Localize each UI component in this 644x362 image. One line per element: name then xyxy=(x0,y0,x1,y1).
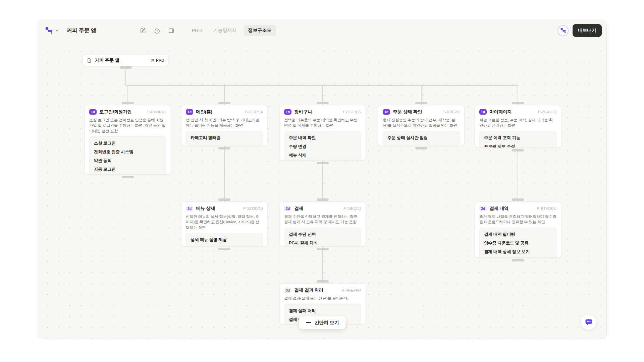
edit-icon[interactable] xyxy=(138,25,148,36)
feature-list: 주문 이력 조회 기능프로필 정보 수정 xyxy=(479,131,556,148)
screen-card[interactable]: 2d메뉴 상세P-SZODXU선택한 메뉴의 상세 정보(설명, 영양 정보, … xyxy=(181,201,268,246)
connection-handle[interactable] xyxy=(317,248,329,250)
card-header: 1d마이페이지P-ZGAUIQ xyxy=(479,109,556,115)
connection-handle[interactable] xyxy=(218,102,230,104)
card-code: P-RVNRRJ xyxy=(147,110,166,114)
document-icon xyxy=(87,58,92,63)
card-code: P-CCIRSA xyxy=(245,110,263,114)
export-button[interactable]: 내보내기 xyxy=(573,24,602,37)
card-description: 결제 결과(실패 또는 완료)를 보여준다. xyxy=(284,296,361,301)
card-code: P-SGFIEG xyxy=(343,110,361,114)
panel-layout-icon[interactable] xyxy=(166,25,176,36)
app-logo-icon xyxy=(45,27,53,34)
connector-line xyxy=(322,161,323,201)
depth-badge: 1d xyxy=(186,109,193,115)
feature-list: 주문 내역 확인수량 변경메뉴 삭제 xyxy=(284,131,361,161)
diagram-canvas[interactable]: 커피 주문 앱 PRD 기능명세서 정보구조도 내보내기 1d로그인/회원가입P… xyxy=(37,20,607,339)
depth-badge: 1d xyxy=(383,109,390,115)
card-title: 결제 결과 처리 xyxy=(294,287,323,293)
screen-card[interactable]: 1d마이페이지P-ZGAUIQ회원 프로필 정보, 주문 이력, 결제 내역을 … xyxy=(475,105,561,148)
connection-handle[interactable] xyxy=(122,176,134,178)
card-code: P-PREPFM xyxy=(342,288,361,292)
chat-button[interactable] xyxy=(581,314,596,330)
card-code: P-JCIGZK xyxy=(442,110,460,114)
connection-handle[interactable] xyxy=(317,280,329,283)
connection-handle[interactable] xyxy=(120,66,132,69)
card-header: 3d결제 결과 처리P-PREPFM xyxy=(284,287,361,293)
feature-item: 수량 변경 xyxy=(284,142,361,151)
feature-item: 전화번호 인증 시스템 xyxy=(90,148,166,157)
connection-handle[interactable] xyxy=(512,149,524,152)
depth-badge: 2d xyxy=(284,206,291,212)
minus-icon xyxy=(306,322,311,323)
connection-handle[interactable] xyxy=(218,147,230,149)
connection-handle[interactable] xyxy=(218,198,230,201)
screen-card[interactable]: 2d결제P-AIEQOJ결제 수단을 선택하고 결제를 진행하는 화면. 결제 … xyxy=(279,201,366,246)
card-title: 마이페이지 xyxy=(489,109,512,115)
feature-item: 영수증 다운로드 및 공유 xyxy=(480,239,556,248)
depth-badge: 2d xyxy=(186,206,193,212)
view-tabs: PRD 기능명세서 정보구조도 xyxy=(187,20,276,41)
chevron-down-icon[interactable] xyxy=(55,28,59,33)
feature-item: 결제 내역 상세 정보 보기 xyxy=(480,248,556,256)
connection-handle[interactable] xyxy=(317,162,329,164)
prd-link[interactable]: PRD xyxy=(150,58,164,63)
root-node[interactable]: 커피 주문 앱 PRD xyxy=(83,55,169,66)
connection-handle[interactable] xyxy=(512,259,524,261)
connection-handle[interactable] xyxy=(415,147,427,149)
feature-item: 결제 내역 필터링 xyxy=(480,230,556,239)
screen-card[interactable]: 1d장바구니P-SGFIEG선택한 메뉴들의 주문 내역을 확인하고 수량 변경… xyxy=(279,105,366,161)
card-code: P-AIEQOJ xyxy=(343,206,361,210)
feature-list: 카테고리 필터링 xyxy=(186,131,263,145)
feature-item: 프로필 정보 수정 xyxy=(480,142,556,148)
tab-information-architecture[interactable]: 정보구조도 xyxy=(244,25,276,36)
depth-badge: 1d xyxy=(89,109,97,115)
avatar[interactable] xyxy=(557,25,569,36)
card-title: 결제 내역 xyxy=(489,205,508,212)
card-description: 소셜 로그인 또는 전화번호 인증을 통해 회원가입 및 로그인을 수행하는 화… xyxy=(89,117,166,134)
root-node-title: 커피 주문 앱 xyxy=(95,57,119,63)
card-description: 선택한 메뉴의 상세 정보(설명, 영양 정보, 이미지)를 확인하고 옵션(H… xyxy=(186,214,263,230)
connection-handle[interactable] xyxy=(512,102,524,104)
feature-item: 옵션 선택 xyxy=(186,244,263,246)
card-description: 과거 결제 내역을 조회하고 필터링하며 영수증을 다운로드하거나 공유할 수 … xyxy=(479,214,556,225)
card-title: 장바구니 xyxy=(294,109,312,115)
screen-card[interactable]: 2d결제 내역P-BTVDDU과거 결제 내역을 조회하고 필터링하며 영수증을… xyxy=(475,201,561,258)
feature-item: 카테고리 필터링 xyxy=(186,134,263,142)
card-header: 1d로그인/회원가입P-RVNRRJ xyxy=(89,109,166,115)
connector-line xyxy=(126,85,518,86)
connection-handle[interactable] xyxy=(218,248,230,250)
card-code: P-SZODXU xyxy=(244,206,263,210)
simple-view-button[interactable]: 간단히 보기 xyxy=(299,316,346,329)
feature-list: 결제 수단 선택PG사 결제 처리 xyxy=(284,228,361,246)
card-description: 결제 수단을 선택하고 결제를 진행하는 화면. 결제 실패 시 오류 처리 및… xyxy=(284,214,361,225)
screen-card[interactable]: 1d메인(홈)P-CCIRSA앱 진입 시 첫 화면. 메뉴 탐색 및 카테고리… xyxy=(181,105,268,146)
connection-handle[interactable] xyxy=(512,198,524,201)
feature-item: 주문 내역 확인 xyxy=(284,134,361,142)
connection-handle[interactable] xyxy=(317,102,329,104)
screen-card[interactable]: 1d로그인/회원가입P-RVNRRJ소셜 로그인 또는 전화번호 인증을 통해 … xyxy=(85,105,171,175)
feature-item: 약관 동의 xyxy=(90,157,166,165)
screen-card[interactable]: 1d주문 상태 확인P-JCIGZK현재 진행중인 주문의 상태(접수, 제작중… xyxy=(378,105,465,146)
connection-handle[interactable] xyxy=(122,102,134,104)
app-header: 커피 주문 앱 PRD 기능명세서 정보구조도 내보내기 xyxy=(37,20,606,41)
card-title: 메뉴 상세 xyxy=(196,205,215,212)
connection-handle[interactable] xyxy=(317,198,329,201)
feature-item: 상세 메뉴 설명 제공 xyxy=(186,236,263,244)
card-title: 결제 xyxy=(294,205,303,212)
feature-list: 소셜 로그인전화번호 인증 시스템약관 동의자동 로그인닉네임 설정 xyxy=(89,136,166,175)
card-header: 2d결제P-AIEQOJ xyxy=(284,205,361,212)
tab-functional-spec[interactable]: 기능명세서 xyxy=(209,25,241,36)
feature-item: 결제 수단 선택 xyxy=(284,230,361,239)
history-icon[interactable] xyxy=(152,25,162,36)
depth-badge: 1d xyxy=(479,109,487,115)
feature-item: 메뉴 삭제 xyxy=(284,151,361,160)
connection-handle[interactable] xyxy=(415,102,427,104)
card-header: 1d장바구니P-SGFIEG xyxy=(284,109,361,115)
card-description: 앱 진입 시 첫 화면. 메뉴 탐색 및 카테고리별 메뉴 필터링 기능을 제공… xyxy=(186,117,263,128)
tab-prd[interactable]: PRD xyxy=(187,25,206,36)
feature-item: PG사 결제 처리 xyxy=(284,239,361,246)
card-title: 메인(홈) xyxy=(196,109,212,115)
feature-item: 결제 실패 처리 xyxy=(284,306,361,315)
card-title: 주문 상태 확인 xyxy=(393,109,422,115)
